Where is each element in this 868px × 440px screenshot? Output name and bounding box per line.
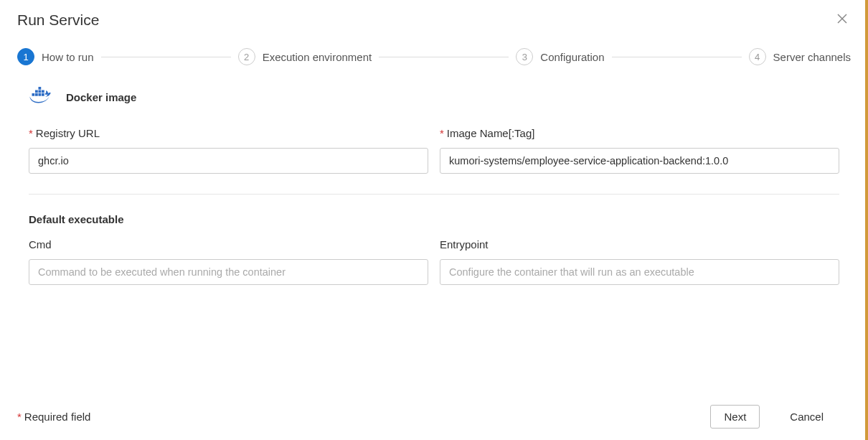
step-number: 1 bbox=[17, 48, 34, 65]
note-text: Required field bbox=[24, 411, 91, 423]
entrypoint-group: Entrypoint bbox=[440, 238, 839, 285]
svg-rect-9 bbox=[39, 87, 42, 90]
docker-section-header: Docker image bbox=[29, 85, 839, 108]
executable-fields-row: Cmd Entrypoint bbox=[29, 238, 839, 285]
svg-rect-3 bbox=[35, 93, 38, 96]
step-label: Execution environment bbox=[263, 51, 372, 63]
step-configuration[interactable]: 3 Configuration bbox=[516, 48, 604, 65]
close-icon[interactable] bbox=[834, 10, 851, 29]
step-connector bbox=[101, 57, 231, 57]
svg-rect-6 bbox=[35, 90, 38, 93]
step-connector bbox=[379, 57, 509, 57]
svg-rect-5 bbox=[42, 93, 44, 96]
registry-url-group: *Registry URL bbox=[29, 127, 428, 174]
step-connector bbox=[612, 57, 742, 57]
default-executable-title: Default executable bbox=[29, 213, 839, 225]
entrypoint-input[interactable] bbox=[440, 259, 839, 285]
section-divider bbox=[29, 194, 839, 195]
svg-point-10 bbox=[34, 98, 36, 100]
step-server-channels[interactable]: 4 Server channels bbox=[749, 48, 851, 65]
step-number: 4 bbox=[749, 48, 766, 65]
svg-rect-2 bbox=[32, 93, 35, 96]
stepper: 1 How to run 2 Execution environment 3 C… bbox=[0, 35, 868, 85]
step-how-to-run[interactable]: 1 How to run bbox=[17, 48, 94, 65]
right-edge-accent bbox=[865, 0, 868, 440]
label-text: Registry URL bbox=[36, 127, 100, 139]
required-asterisk: * bbox=[29, 127, 33, 139]
step-number: 3 bbox=[516, 48, 533, 65]
image-name-group: *Image Name[:Tag] bbox=[440, 127, 839, 174]
form-content: Docker image *Registry URL *Image Name[:… bbox=[0, 85, 868, 285]
svg-rect-7 bbox=[39, 90, 42, 93]
docker-fields-row: *Registry URL *Image Name[:Tag] bbox=[29, 127, 839, 174]
step-label: How to run bbox=[42, 51, 94, 63]
step-label: Configuration bbox=[540, 51, 604, 63]
docker-section-title: Docker image bbox=[66, 91, 136, 103]
image-name-label: *Image Name[:Tag] bbox=[440, 127, 839, 139]
cmd-group: Cmd bbox=[29, 238, 428, 285]
dialog-header: Run Service bbox=[0, 0, 868, 35]
cmd-input[interactable] bbox=[29, 259, 428, 285]
step-label: Server channels bbox=[773, 51, 851, 63]
next-button[interactable]: Next bbox=[710, 405, 760, 429]
registry-url-label: *Registry URL bbox=[29, 127, 428, 139]
required-asterisk: * bbox=[440, 127, 444, 139]
required-asterisk: * bbox=[17, 411, 22, 423]
cmd-label: Cmd bbox=[29, 238, 428, 251]
svg-rect-4 bbox=[39, 93, 42, 96]
required-field-note: *Required field bbox=[17, 411, 90, 423]
registry-url-input[interactable] bbox=[29, 148, 428, 174]
step-execution-environment[interactable]: 2 Execution environment bbox=[238, 48, 372, 65]
image-name-input[interactable] bbox=[440, 148, 839, 174]
docker-icon bbox=[29, 85, 55, 108]
dialog-title: Run Service bbox=[17, 11, 99, 29]
cancel-button[interactable]: Cancel bbox=[777, 406, 836, 428]
svg-rect-8 bbox=[42, 90, 44, 93]
dialog-footer: *Required field Next Cancel bbox=[0, 395, 865, 440]
footer-actions: Next Cancel bbox=[710, 405, 836, 429]
entrypoint-label: Entrypoint bbox=[440, 238, 839, 251]
step-number: 2 bbox=[238, 48, 255, 65]
label-text: Image Name[:Tag] bbox=[447, 127, 535, 139]
